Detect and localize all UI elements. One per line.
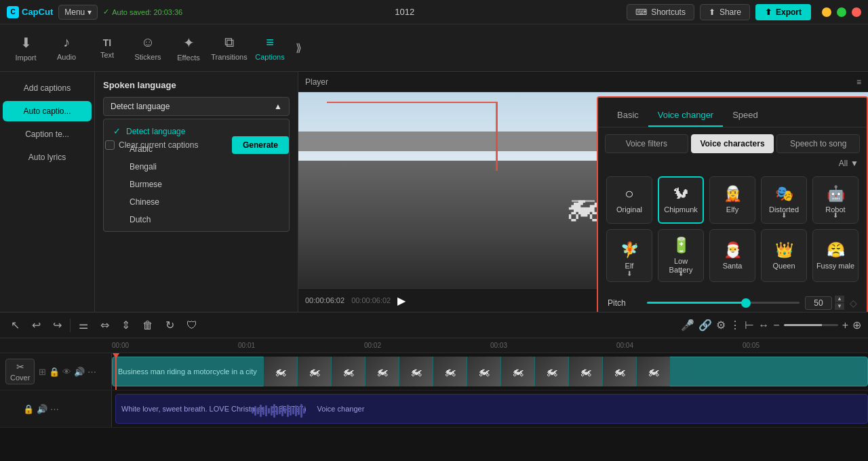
lang-option-bengali[interactable]: Bengali (104, 158, 289, 176)
shortcuts-button[interactable]: ⌨ Shortcuts (627, 4, 694, 20)
link-button[interactable]: 🔗 (698, 319, 712, 332)
lang-option-burmese[interactable]: Burmese (104, 176, 289, 193)
timeline-right-controls: 🎤 🔗 ⚙ ⋮ ⊢ ↔ − + ⊕ (681, 319, 861, 332)
expand-button[interactable]: ↔ (758, 319, 769, 332)
lang-option-dutch[interactable]: Dutch (104, 211, 289, 228)
vc-elf[interactable]: 🧚 Elf ⬇ (606, 229, 652, 282)
low-battery-icon: 🔋 (672, 237, 690, 254)
toolbar-stickers[interactable]: ☺ Stickers (127, 28, 168, 68)
language-dropdown[interactable]: Detect language ▲ (103, 97, 290, 116)
export-button[interactable]: ⬆ Export (755, 4, 811, 20)
audio-lock-icon[interactable]: 🔒 (23, 404, 34, 414)
video-eye-icon[interactable]: 👁 (62, 367, 71, 377)
crop-button[interactable]: 🛡 (182, 317, 201, 334)
toolbar: ⬇ Import ♪ Audio TI Text ☺ Stickers ✦ Ef… (0, 24, 868, 72)
audio-track-content: White lover, sweet breath. LOVE Christma… (112, 390, 868, 427)
zoom-in-icon[interactable]: + (842, 319, 848, 332)
pitch-reset-icon[interactable]: ◇ (850, 298, 857, 308)
toolbar-text[interactable]: TI Text (87, 28, 127, 68)
audio-volume-icon[interactable]: 🔊 (37, 404, 47, 414)
text-icon: TI (103, 37, 111, 48)
thumb-7: 🏍 (467, 357, 500, 386)
rotate-button[interactable]: ↻ (161, 316, 178, 334)
download-icon-low-battery: ⬇ (678, 270, 684, 277)
timeline: ↖ ↩ ↪ ⚌ ⇔ ⇕ 🗑 ↻ 🛡 🎤 🔗 ⚙ ⋮ ⊢ ↔ − + ⊕ 00:0… (0, 312, 868, 461)
tab-voice-characters[interactable]: Voice characters (691, 134, 774, 153)
zoom-out-icon[interactable]: − (773, 319, 779, 332)
pitch-decrement[interactable]: ▼ (835, 303, 844, 310)
video-lock-icon[interactable]: 🔒 (49, 367, 60, 377)
video-more-icon[interactable]: ⋯ (87, 367, 96, 377)
video-layout-icon[interactable]: ⊞ (39, 367, 46, 377)
pitch-thumb[interactable] (741, 298, 751, 308)
toolbar-effects[interactable]: ✦ Effects (168, 28, 209, 68)
share-button[interactable]: ⬆ Share (700, 4, 750, 20)
generate-button[interactable]: Generate (232, 136, 289, 154)
chevron-up-icon: ▲ (274, 102, 282, 111)
vc-fussy-male[interactable]: 😤 Fussy male (812, 229, 859, 282)
cover-icon: ✂ (16, 361, 24, 372)
mirror-h-button[interactable]: ⇔ (96, 316, 113, 334)
split2-button[interactable]: ⋮ (730, 319, 741, 332)
audio-more-icon[interactable]: ⋯ (50, 404, 59, 414)
logo-icon: C (7, 6, 19, 18)
clear-captions-checkbox[interactable] (105, 140, 115, 150)
play-button[interactable]: ▶ (397, 294, 406, 307)
ruler-mark-3: 00:03 (490, 342, 507, 349)
toolbar-import[interactable]: ⬇ Import (5, 28, 46, 68)
trim-button[interactable]: ⊢ (745, 319, 754, 332)
sidebar-item-auto-lyrics[interactable]: Auto lyrics (3, 147, 92, 167)
vc-queen[interactable]: 👑 Queen (761, 229, 807, 282)
vc-distorted[interactable]: 🎭 Distorted ⬇ (761, 176, 807, 224)
menu-button[interactable]: Menu ▾ (58, 5, 98, 20)
pitch-slider[interactable] (647, 296, 800, 310)
minimize-button[interactable] (822, 7, 831, 17)
top-bar-right: ⌨ Shortcuts ⬆ Share ⬆ Export (627, 4, 861, 20)
lang-option-chinese[interactable]: Chinese (104, 193, 289, 211)
toolbar-transitions[interactable]: ⧉ Transitions (209, 28, 250, 68)
select-tool[interactable]: ↖ (7, 316, 24, 334)
vc-robot[interactable]: 🤖 Robot ⬇ (812, 176, 859, 224)
delete-button[interactable]: 🗑 (138, 317, 157, 334)
vc-santa[interactable]: 🎅 Santa (709, 229, 755, 282)
vc-elfy[interactable]: 🧝 Elfy (709, 176, 755, 224)
thumb-10: 🏍 (568, 357, 602, 386)
cover-badge[interactable]: ✂ Cover (5, 359, 35, 384)
close-button[interactable] (852, 7, 861, 17)
sidebar-item-auto-caption[interactable]: Auto captio... (3, 101, 92, 121)
magnet-button[interactable]: ⚙ (716, 319, 726, 332)
audio-clip[interactable]: White lover, sweet breath. LOVE Christma… (115, 394, 868, 424)
pitch-increment[interactable]: ▲ (835, 296, 844, 302)
elf-icon: 🧚 (620, 241, 639, 259)
player-menu-icon[interactable]: ≡ (856, 77, 861, 87)
download-icon-distorted: ⬇ (781, 212, 787, 219)
tab-voice-filters[interactable]: Voice filters (605, 134, 688, 153)
tab-voice-changer[interactable]: Voice changer (648, 104, 723, 127)
toolbar-more-button[interactable]: ⟫ (290, 36, 307, 60)
fit-button[interactable]: ⊕ (852, 319, 861, 332)
vc-low-battery[interactable]: 🔋 Low Battery ⬇ (658, 229, 704, 282)
timeline-ruler: 00:00 00:01 00:02 00:03 00:04 00:05 (0, 338, 868, 353)
vc-original[interactable]: ○ Original (606, 176, 652, 224)
sidebar-item-caption-te[interactable]: Caption te... (3, 124, 92, 144)
all-filter-row[interactable]: All ▼ (598, 159, 867, 174)
redo-button[interactable]: ↪ (49, 316, 66, 334)
left-panel: Add captions Auto captio... Caption te..… (0, 72, 95, 312)
tab-speech-to-song[interactable]: Speech to song (776, 134, 860, 153)
tab-basic[interactable]: Basic (608, 104, 648, 127)
video-track-content: Business man riding a motorcycle in a ci… (112, 353, 868, 390)
toolbar-captions[interactable]: ≡ Captions (250, 28, 290, 68)
mirror-v-button[interactable]: ⇕ (117, 316, 134, 334)
toolbar-audio[interactable]: ♪ Audio (46, 28, 87, 68)
split-button[interactable]: ⚌ (75, 316, 92, 334)
tab-speed[interactable]: Speed (723, 104, 768, 127)
maximize-button[interactable] (837, 7, 846, 17)
audio-track-controls: 🔒 🔊 ⋯ (0, 390, 112, 427)
mic-button[interactable]: 🎤 (681, 319, 694, 332)
video-volume-icon[interactable]: 🔊 (74, 367, 85, 377)
thumb-4: 🏍 (365, 357, 399, 386)
sidebar-item-add-captions[interactable]: Add captions (3, 78, 92, 98)
undo-button[interactable]: ↩ (28, 316, 45, 334)
zoom-slider[interactable] (784, 324, 838, 326)
vc-chipmunk[interactable]: 🐿 Chipmunk (658, 176, 704, 224)
